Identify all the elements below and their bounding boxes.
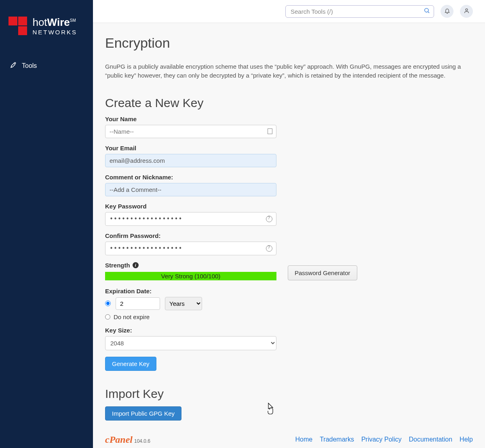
generate-key-button[interactable]: Generate Key	[105, 357, 156, 371]
footer: cPanel 104.0.6 Home Trademarks Privacy P…	[93, 429, 485, 448]
user-icon	[464, 8, 470, 15]
footer-link-help[interactable]: Help	[460, 436, 473, 443]
footer-link-privacy[interactable]: Privacy Policy	[361, 436, 402, 443]
name-label: Your Name	[105, 116, 276, 122]
strength-meter: Very Strong (100/100)	[105, 272, 276, 280]
footer-link-home[interactable]: Home	[295, 436, 312, 443]
comment-input[interactable]	[105, 183, 276, 196]
brand-prefix: hot	[32, 16, 47, 28]
brand-suffix: Wire	[47, 16, 70, 28]
no-expire-radio[interactable]	[105, 314, 110, 320]
search-icon[interactable]	[424, 7, 430, 15]
email-label: Your Email	[105, 145, 276, 151]
sidebar-item-label: Tools	[22, 62, 37, 69]
password-generator-button[interactable]: Password Generator	[288, 265, 357, 280]
brand-logo: hotWireSM NETWORKS	[0, 8, 93, 44]
brand-sm: SM	[70, 18, 76, 23]
import-public-gpg-key-button[interactable]: Import Public GPG Key	[105, 406, 181, 421]
svg-point-0	[11, 67, 12, 67]
cursor-pointer-icon	[265, 402, 276, 417]
expiration-unit-select[interactable]: Years	[165, 297, 202, 310]
version-text: 104.0.6	[134, 438, 150, 444]
bell-icon	[444, 8, 450, 15]
comment-label: Comment or Nickname:	[105, 174, 276, 181]
cpanel-logo: cPanel	[105, 434, 133, 445]
expiration-label: Expiration Date:	[105, 288, 276, 294]
svg-point-3	[466, 8, 468, 11]
account-button[interactable]	[460, 5, 473, 18]
password-hint-icon[interactable]	[266, 245, 272, 252]
create-key-heading: Create a New Key	[105, 96, 473, 110]
page-description: GnuPG is a publicly available encryption…	[105, 62, 473, 80]
notifications-button[interactable]	[441, 5, 453, 18]
svg-line-2	[428, 12, 429, 13]
footer-link-documentation[interactable]: Documentation	[409, 436, 452, 443]
page-title: Encryption	[105, 35, 473, 51]
topbar	[93, 0, 485, 23]
confirm-password-label: Confirm Password:	[105, 232, 276, 239]
no-expire-label: Do not expire	[114, 313, 150, 320]
search-input[interactable]	[285, 5, 434, 18]
tools-icon	[10, 61, 17, 70]
email-input[interactable]	[105, 154, 276, 167]
svg-point-1	[425, 8, 428, 12]
keysize-select[interactable]: 2048	[105, 336, 276, 350]
contact-picker-icon[interactable]	[268, 128, 272, 134]
sidebar-item-tools[interactable]: Tools	[0, 56, 93, 76]
sidebar: hotWireSM NETWORKS Tools	[0, 0, 93, 448]
password-input[interactable]	[105, 212, 276, 226]
password-label: Key Password	[105, 203, 276, 210]
name-input[interactable]	[105, 125, 276, 138]
footer-link-trademarks[interactable]: Trademarks	[320, 436, 354, 443]
keysize-label: Key Size:	[105, 327, 276, 334]
brand-subtitle: NETWORKS	[32, 29, 77, 36]
expiration-value-input[interactable]	[116, 297, 160, 310]
expiration-set-radio[interactable]	[105, 301, 111, 306]
import-key-heading: Import Key	[105, 387, 473, 401]
confirm-password-input[interactable]	[105, 242, 276, 255]
info-icon[interactable]: i	[133, 262, 139, 268]
strength-label: Strength	[105, 262, 130, 269]
password-hint-icon[interactable]	[266, 216, 272, 222]
